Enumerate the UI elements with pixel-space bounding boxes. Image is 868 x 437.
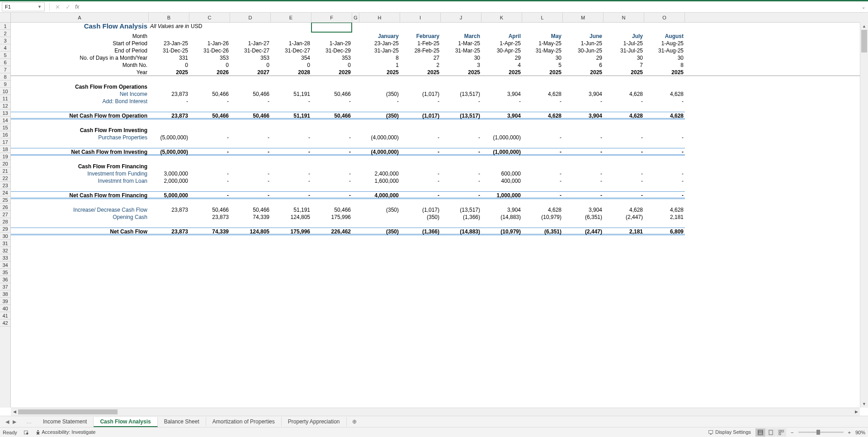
- sheet-tab-appreciation[interactable]: Property Appreciation: [282, 417, 347, 426]
- cell[interactable]: [271, 286, 311, 293]
- cell[interactable]: 30: [522, 54, 563, 62]
- cell[interactable]: [563, 127, 604, 134]
- cell[interactable]: [149, 300, 189, 308]
- row-header-8[interactable]: 8: [0, 73, 10, 81]
- cell[interactable]: [271, 271, 311, 279]
- cell[interactable]: 4,628: [644, 90, 685, 98]
- cell[interactable]: Investment from Funding: [11, 170, 149, 177]
- cell[interactable]: 50,466: [230, 90, 271, 98]
- cell[interactable]: [359, 242, 400, 250]
- cell[interactable]: (13,517): [441, 90, 481, 98]
- cell[interactable]: [149, 264, 189, 271]
- cell[interactable]: [271, 221, 311, 228]
- cell[interactable]: [522, 308, 563, 315]
- cell[interactable]: [352, 148, 359, 156]
- cell[interactable]: [359, 119, 400, 127]
- cell[interactable]: [189, 235, 230, 242]
- cell[interactable]: -: [400, 192, 441, 199]
- cell[interactable]: -: [604, 177, 644, 185]
- cell[interactable]: [481, 264, 522, 271]
- row-header-37[interactable]: 37: [0, 283, 10, 290]
- cell[interactable]: -: [230, 148, 271, 156]
- cell[interactable]: [522, 315, 563, 322]
- cell[interactable]: 51,191: [271, 206, 311, 214]
- cell[interactable]: [400, 105, 441, 112]
- cell[interactable]: [11, 199, 149, 206]
- cell[interactable]: 3,904: [563, 90, 604, 98]
- cell[interactable]: [644, 185, 685, 192]
- cell[interactable]: (14,883): [481, 214, 522, 221]
- cell[interactable]: Increase/ Decrease Cash Flow: [11, 206, 149, 214]
- cell[interactable]: [311, 235, 352, 242]
- cell[interactable]: [230, 127, 271, 134]
- cell[interactable]: [481, 315, 522, 322]
- cell[interactable]: [11, 221, 149, 228]
- cell[interactable]: -: [400, 177, 441, 185]
- cell[interactable]: [311, 286, 352, 293]
- col-header-J[interactable]: J: [441, 13, 481, 22]
- cell[interactable]: [352, 134, 359, 141]
- cell[interactable]: [271, 279, 311, 286]
- cell[interactable]: [311, 308, 352, 315]
- cell[interactable]: [604, 286, 644, 293]
- cell[interactable]: [149, 141, 189, 148]
- cell[interactable]: [563, 83, 604, 90]
- cell[interactable]: [11, 76, 149, 83]
- cell[interactable]: 124,805: [230, 228, 271, 235]
- cell[interactable]: [352, 293, 359, 300]
- cell[interactable]: [230, 199, 271, 206]
- col-header-E[interactable]: E: [271, 13, 311, 22]
- cell[interactable]: [311, 105, 352, 112]
- cell[interactable]: 31-Aug-25: [644, 47, 685, 54]
- cell[interactable]: [481, 235, 522, 242]
- cell[interactable]: [311, 221, 352, 228]
- cell[interactable]: [271, 185, 311, 192]
- cell[interactable]: [230, 185, 271, 192]
- cell[interactable]: May: [522, 33, 563, 40]
- cell[interactable]: 4,628: [522, 112, 563, 119]
- cell[interactable]: (1,017): [400, 206, 441, 214]
- cell[interactable]: [311, 315, 352, 322]
- cell[interactable]: [563, 315, 604, 322]
- cell[interactable]: [400, 308, 441, 315]
- cell[interactable]: 30: [644, 54, 685, 62]
- cell[interactable]: 31-Dec-26: [189, 47, 230, 54]
- cell[interactable]: [352, 54, 359, 62]
- cell[interactable]: -: [271, 98, 311, 105]
- view-layout-icon[interactable]: [766, 428, 776, 437]
- cell[interactable]: -: [189, 170, 230, 177]
- cell[interactable]: -: [400, 170, 441, 177]
- cell[interactable]: -: [604, 192, 644, 199]
- cell[interactable]: [359, 286, 400, 293]
- cell[interactable]: [400, 156, 441, 163]
- cell[interactable]: [189, 33, 230, 40]
- cell[interactable]: [359, 163, 400, 170]
- cell[interactable]: [481, 300, 522, 308]
- cell[interactable]: 4,628: [522, 90, 563, 98]
- cell[interactable]: July: [604, 33, 644, 40]
- cell[interactable]: [644, 293, 685, 300]
- cell[interactable]: [359, 257, 400, 264]
- cell[interactable]: [149, 322, 189, 329]
- cell[interactable]: [271, 127, 311, 134]
- sheet-tab-amort[interactable]: Amortization of Properties: [206, 417, 282, 426]
- cell[interactable]: Month: [11, 33, 149, 40]
- row-header-32[interactable]: 32: [0, 247, 10, 254]
- cell[interactable]: (6,351): [522, 228, 563, 235]
- sheet-tab-income[interactable]: Income Statement: [37, 417, 94, 426]
- cell[interactable]: -: [271, 134, 311, 141]
- cell[interactable]: 23-Jan-25: [359, 40, 400, 47]
- cell[interactable]: [563, 264, 604, 271]
- cell[interactable]: [644, 235, 685, 242]
- cell[interactable]: [604, 315, 644, 322]
- scroll-thumb[interactable]: [18, 409, 118, 414]
- cell[interactable]: [189, 322, 230, 329]
- cell[interactable]: [352, 206, 359, 214]
- cell[interactable]: [400, 141, 441, 148]
- cell[interactable]: [359, 185, 400, 192]
- cell[interactable]: [400, 293, 441, 300]
- col-header-C[interactable]: C: [189, 13, 230, 22]
- cell[interactable]: [644, 279, 685, 286]
- cell[interactable]: 354: [271, 54, 311, 62]
- cell[interactable]: -: [604, 170, 644, 177]
